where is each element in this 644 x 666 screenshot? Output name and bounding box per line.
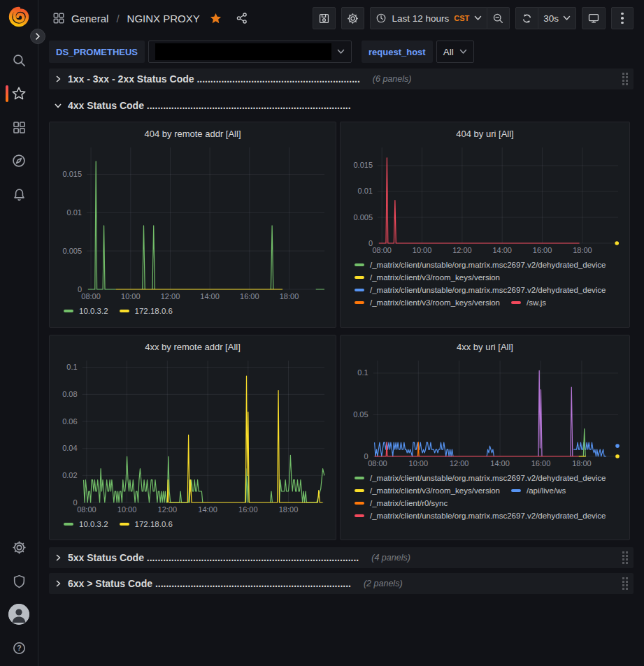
datasource-select[interactable] — [148, 41, 352, 63]
legend-item[interactable]: /_matrix/client/v3/room_keys/version — [355, 486, 500, 495]
time-range-picker[interactable]: Last 12 hours CST — [370, 7, 487, 29]
legend-item[interactable]: /_matrix/client/v3/room_keys/version — [355, 273, 500, 282]
host-select[interactable]: All — [436, 41, 474, 63]
timeseries-chart[interactable]: 08:0010:0012:0014:0016:0018:0000.0050.01… — [346, 143, 624, 257]
sidebar-item-starred[interactable] — [0, 77, 38, 110]
legend-swatch — [355, 263, 364, 266]
svg-text:0.015: 0.015 — [353, 161, 373, 169]
legend-item[interactable]: 10.0.3.2 — [64, 307, 108, 315]
share-icon[interactable] — [236, 12, 248, 24]
legend-label: 10.0.3.2 — [79, 307, 108, 315]
legend-item[interactable]: /_matrix/client/unstable/org.matrix.msc2… — [355, 261, 606, 269]
legend-label: /_matrix/client/v3/room_keys/version — [370, 486, 500, 495]
legend-item[interactable]: /_matrix/client/unstable/org.matrix.msc2… — [355, 286, 606, 294]
host-variable-label[interactable]: request_host — [362, 41, 433, 63]
panel-title[interactable]: 404 by uri [All] — [346, 126, 624, 143]
chart-legend: /_matrix/client/unstable/org.matrix.msc2… — [346, 470, 624, 520]
star-filled-icon[interactable] — [209, 12, 222, 25]
svg-text:12:00: 12:00 — [450, 459, 469, 468]
svg-text:12:00: 12:00 — [452, 246, 472, 254]
row-title: 4xx Status Code — [68, 100, 144, 111]
refresh-interval-picker[interactable]: 30s — [538, 7, 576, 29]
svg-text:0.08: 0.08 — [62, 390, 77, 398]
svg-text:10:00: 10:00 — [117, 505, 137, 514]
svg-text:14:00: 14:00 — [492, 246, 512, 254]
chevron-right-icon — [52, 578, 64, 589]
svg-text:12:00: 12:00 — [158, 505, 178, 514]
sidebar-item-configuration[interactable] — [0, 530, 38, 564]
svg-text:12:00: 12:00 — [161, 292, 180, 301]
legend-swatch — [511, 301, 521, 304]
sidebar-item-dashboards[interactable] — [0, 110, 38, 144]
sidebar-item-explore[interactable] — [0, 144, 38, 178]
avatar — [8, 604, 29, 625]
chevron-right-icon — [52, 552, 64, 563]
chevron-down-icon — [563, 15, 571, 21]
refresh-interval-label: 30s — [543, 13, 559, 24]
host-select-value: All — [443, 47, 454, 57]
legend-swatch — [64, 310, 73, 312]
row-5xx[interactable]: 5xx Status Code ........................… — [49, 547, 634, 568]
dashboard-settings-button[interactable] — [341, 7, 364, 29]
timeseries-chart[interactable]: 08:0010:0012:0014:0016:0018:0000.0050.01… — [55, 143, 330, 303]
legend-item[interactable]: /api/live/ws — [511, 486, 566, 495]
svg-text:18:00: 18:00 — [279, 505, 299, 514]
svg-text:0.1: 0.1 — [66, 363, 77, 371]
timeseries-chart[interactable]: 08:0010:0012:0014:0016:0018:0000.050.1 — [346, 356, 624, 470]
panel-title[interactable]: 4xx by remote addr [All] — [55, 339, 330, 356]
help-icon: ? — [12, 641, 27, 656]
svg-text:10:00: 10:00 — [121, 292, 141, 301]
panel-grid: 404 by remote addr [All] 08:0010:0012:00… — [49, 122, 634, 540]
datasource-variable-label[interactable]: DS_PROMETHEUS — [49, 41, 145, 63]
legend-item[interactable]: 10.0.3.2 — [64, 520, 108, 528]
row-panel-count: (2 panels) — [364, 579, 403, 588]
tv-mode-button[interactable] — [582, 7, 606, 29]
sidebar-item-help[interactable]: ? — [0, 631, 38, 665]
sidebar-item-server-admin[interactable] — [0, 564, 38, 598]
refresh-button[interactable] — [515, 7, 538, 29]
legend-swatch — [355, 514, 364, 517]
svg-text:10:00: 10:00 — [413, 246, 432, 254]
sidebar: ? — [0, 0, 38, 666]
kebab-menu-button[interactable] — [611, 7, 634, 29]
chevron-right-icon — [52, 73, 64, 85]
save-dashboard-button[interactable] — [313, 7, 336, 29]
legend-item[interactable]: /_matrix/client/v3/room_keys/version — [355, 298, 500, 307]
legend-label: 172.18.0.6 — [135, 520, 173, 528]
row-drag-handle[interactable] — [622, 551, 628, 564]
grafana-logo[interactable] — [8, 6, 30, 28]
row-1xx-3xx-2xx[interactable]: 1xx - 3xx - 2xx Status Code ............… — [49, 68, 634, 89]
zoom-out-time-button[interactable] — [487, 7, 510, 29]
dashboards-grid-icon — [12, 120, 27, 135]
legend-item[interactable]: /sw.js — [511, 298, 546, 307]
sidebar-item-search[interactable] — [0, 43, 38, 77]
panel-title[interactable]: 4xx by uri [All] — [346, 339, 624, 356]
legend-label: /_matrix/client/v3/room_keys/version — [370, 273, 500, 282]
legend-item[interactable]: 172.18.0.6 — [120, 520, 173, 528]
panel-title[interactable]: 404 by remote addr [All] — [55, 126, 330, 143]
sidebar-item-profile[interactable] — [0, 598, 38, 631]
row-4xx[interactable]: 4xx Status Code ........................… — [49, 96, 634, 115]
svg-text:0.04: 0.04 — [62, 444, 77, 452]
legend-item[interactable]: /_matrix/client/r0/sync — [355, 499, 448, 507]
legend-item[interactable]: 172.18.0.6 — [120, 307, 173, 315]
row-drag-handle[interactable] — [622, 577, 628, 590]
svg-text:08:00: 08:00 — [81, 292, 101, 301]
timeseries-chart[interactable]: 08:0010:0012:0014:0016:0018:0000.020.040… — [55, 356, 330, 516]
legend-swatch — [511, 489, 521, 492]
legend-label: /_matrix/client/unstable/org.matrix.msc2… — [370, 286, 606, 294]
panel-4xx-by-uri: 4xx by uri [All] 08:0010:0012:0014:0016:… — [340, 335, 630, 540]
sidebar-expand-button[interactable] — [30, 29, 45, 44]
svg-text:0.01: 0.01 — [358, 187, 373, 195]
svg-text:08:00: 08:00 — [77, 505, 96, 514]
legend-item[interactable]: /_matrix/client/unstable/org.matrix.msc2… — [355, 474, 606, 482]
breadcrumb-section[interactable]: General — [71, 13, 108, 24]
compass-icon — [11, 153, 27, 168]
dashboard-title[interactable]: NGINX PROXY — [127, 13, 200, 24]
active-indicator — [6, 85, 8, 102]
row-title-dots: ........................................… — [147, 552, 359, 563]
legend-item[interactable]: /_matrix/client/unstable/org.matrix.msc2… — [355, 512, 606, 520]
row-6xx[interactable]: 6xx > Status Code ......................… — [49, 573, 634, 594]
row-drag-handle[interactable] — [622, 73, 628, 85]
sidebar-item-alerting[interactable] — [0, 178, 38, 211]
